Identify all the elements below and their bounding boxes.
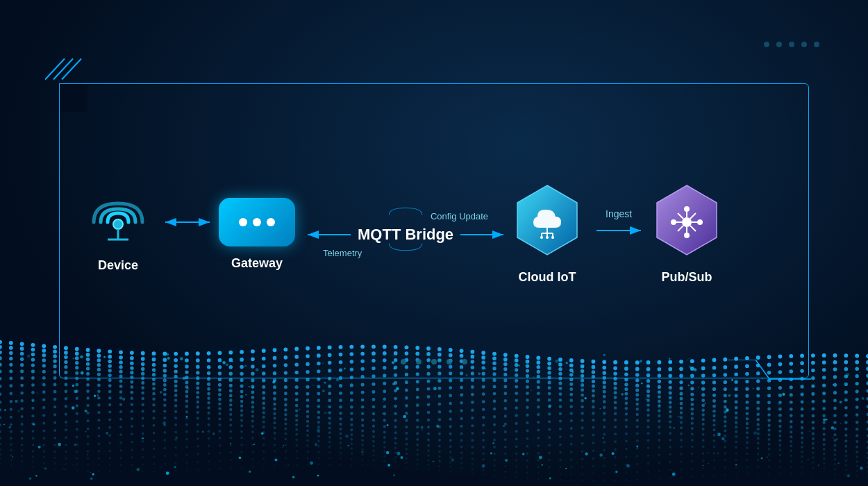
config-update-label: Config Update (431, 211, 488, 221)
svg-point-31 (671, 219, 676, 225)
mqtt-cloud-arrow-right (453, 226, 509, 243)
device-node: Device (87, 196, 149, 273)
dot-4 (801, 42, 807, 47)
diagram-area: Device (59, 90, 809, 378)
ingest-arrow (591, 222, 646, 239)
svg-line-25 (678, 213, 683, 219)
mqtt-bridge-node: MQTT Bridge (358, 226, 453, 244)
pubsub-inner-icon (669, 204, 705, 240)
svg-line-27 (690, 213, 696, 219)
mqtt-bridge-label: MQTT Bridge (358, 226, 453, 244)
gateway-icon (219, 198, 295, 246)
svg-line-26 (690, 226, 696, 231)
pubsub-icon (652, 184, 721, 260)
dot-3 (789, 42, 794, 47)
gateway-dot-2 (253, 218, 261, 226)
cloud-iot-icon (512, 184, 582, 260)
dot-2 (776, 42, 782, 47)
svg-point-20 (682, 217, 692, 227)
mqtt-arrow-row: MQTT Bridge (302, 226, 509, 244)
svg-point-17 (551, 236, 554, 239)
device-icon (87, 196, 149, 249)
svg-point-32 (697, 219, 703, 225)
dot-5 (814, 42, 819, 47)
svg-point-16 (546, 236, 549, 239)
pubsub-node: Pub/Sub (652, 184, 721, 285)
telemetry-label: Telemetry (323, 248, 362, 258)
svg-point-15 (540, 236, 543, 239)
gateway-dot-1 (239, 218, 247, 226)
ingest-arrow-section: Ingest (591, 208, 646, 239)
diagonal-lines-decoration (45, 56, 101, 86)
svg-line-28 (678, 226, 683, 231)
cloud-iot-inner-icon (529, 204, 565, 240)
gateway-mqtt-arrow-left (302, 226, 358, 243)
cloud-iot-node: Cloud IoT (512, 184, 582, 285)
cloud-iot-label: Cloud IoT (519, 270, 576, 285)
svg-line-2 (62, 59, 81, 80)
svg-point-30 (684, 233, 690, 238)
gateway-label: Gateway (231, 256, 283, 271)
top-right-dots-decoration (764, 42, 819, 47)
svg-point-29 (684, 206, 690, 212)
device-label: Device (98, 258, 138, 273)
svg-line-1 (53, 59, 73, 80)
svg-line-0 (45, 59, 65, 80)
mqtt-section: Config Update MQTT Bridge (302, 211, 509, 258)
diagram-inner: Device (59, 184, 809, 285)
pubsub-label: Pub/Sub (662, 270, 712, 285)
device-gateway-arrow (160, 215, 215, 232)
dot-1 (764, 42, 769, 47)
gateway-node: Gateway (219, 198, 295, 271)
ingest-label: Ingest (606, 208, 632, 219)
svg-point-3 (113, 219, 123, 229)
gateway-dot-3 (267, 218, 275, 226)
